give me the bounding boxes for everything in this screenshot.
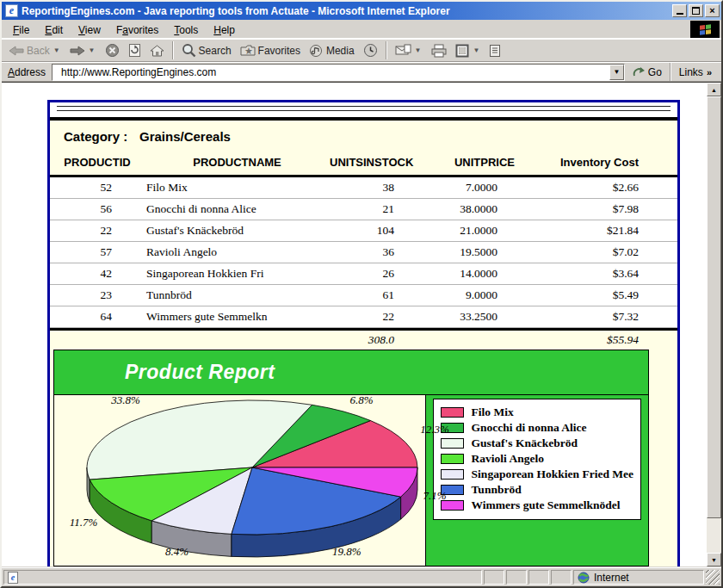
edit-dropdown-icon[interactable]: ▼ (473, 46, 481, 54)
scroll-track[interactable] (707, 518, 721, 553)
minimize-button[interactable] (672, 4, 687, 17)
table-row: 22Gustaf's Knäckebröd10421.0000$21.84 (50, 220, 677, 242)
legend-label: Wimmers gute Semmelknödel (472, 498, 621, 512)
col-header-unitsinstock: UNITSINSTOCK (330, 156, 442, 169)
legend-item: Tunnbröd (441, 482, 633, 498)
product-report-chart: Product Report 12.3%6.8%33.8%11.7%8.4%19… (53, 350, 649, 566)
page-area: Category : Grains/Cereals PRODUCTID PROD… (2, 83, 707, 566)
search-icon (182, 43, 196, 58)
close-button[interactable]: × (705, 4, 720, 17)
table-cell: 52 (50, 181, 145, 195)
go-button[interactable]: Go (625, 63, 670, 81)
chevron-right-icon: » (707, 67, 712, 77)
legend-label: Singaporean Hokkien Fried Mee (472, 467, 633, 481)
menu-item-file[interactable]: File (5, 22, 37, 39)
menu-item-tools[interactable]: Tools (166, 22, 206, 39)
table-cell: 33.2500 (442, 310, 553, 324)
col-header-productname: PRODUCTNAME (145, 156, 330, 169)
legend-label: Gnocchi di nonna Alice (472, 421, 587, 435)
window-title: ReportingEngines.com - Java reporting to… (22, 5, 667, 17)
table-cell: 38.0000 (442, 202, 553, 216)
refresh-button[interactable] (125, 41, 145, 59)
scroll-down-button[interactable]: ▼ (707, 553, 721, 566)
edit-icon (455, 44, 470, 58)
mail-dropdown-icon[interactable]: ▼ (414, 46, 423, 54)
edit-button[interactable]: ▼ (452, 42, 485, 59)
table-cell: 21 (330, 202, 442, 216)
table-cell: 23 (50, 288, 145, 302)
address-dropdown-button[interactable]: ▼ (609, 65, 624, 80)
search-button[interactable]: Search (178, 41, 235, 59)
table-cell: 61 (330, 288, 442, 302)
table-cell: $21.84 (553, 224, 677, 238)
media-button[interactable]: Media (306, 42, 358, 59)
menu-item-help[interactable]: Help (206, 22, 243, 39)
title-bar: e ReportingEngines.com - Java reporting … (2, 2, 721, 20)
links-bar[interactable]: Links » (670, 63, 719, 81)
media-label: Media (326, 45, 355, 57)
media-icon (309, 44, 324, 58)
table-cell: 7.0000 (442, 181, 553, 195)
table-row: 52Filo Mix387.0000$2.66 (50, 177, 677, 199)
back-label: Back (27, 45, 50, 57)
table-row: 23Tunnbröd619.0000$5.49 (50, 285, 677, 306)
address-bar: Address ▼ Go Links » (2, 62, 721, 82)
forward-dropdown-icon[interactable]: ▼ (88, 46, 96, 54)
table-cell: 104 (330, 224, 442, 238)
triangle-up-icon: ▲ (711, 87, 717, 93)
table-header-row: PRODUCTID PRODUCTNAME UNITSINSTOCK UNITP… (50, 145, 677, 175)
forward-button[interactable]: ▼ (66, 43, 100, 59)
toolbar-separator (172, 41, 174, 59)
mail-button[interactable]: ▼ (392, 42, 426, 59)
table-cell: 19.5000 (442, 245, 553, 259)
vertical-scrollbar[interactable]: ▲ ▼ (707, 83, 721, 566)
home-button[interactable] (146, 42, 168, 59)
legend-item: Wimmers gute Semmelknödel (441, 498, 633, 513)
table-cell: $7.32 (553, 310, 677, 324)
back-dropdown-icon[interactable]: ▼ (53, 46, 61, 54)
resize-grip-icon[interactable] (706, 570, 720, 585)
table-cell: 56 (50, 202, 145, 216)
links-label: Links (679, 66, 703, 78)
table-cell: $2.66 (553, 181, 677, 195)
discuss-button[interactable] (485, 42, 504, 59)
favorites-button[interactable]: ★ Favorites (237, 42, 304, 59)
table-totals-row: 308.0 $55.94 (50, 331, 677, 350)
table-cell: $5.49 (553, 288, 677, 302)
legend-item: Singaporean Hokkien Fried Mee (441, 467, 633, 482)
report-top-rules (50, 102, 677, 117)
windows-brand-icon (690, 21, 720, 38)
status-bar: e Internet (2, 567, 721, 586)
discuss-doc-icon (489, 44, 501, 58)
home-icon (150, 44, 164, 58)
go-label: Go (648, 66, 662, 78)
menu-item-edit[interactable]: Edit (37, 22, 71, 39)
forward-arrow-icon (70, 45, 85, 57)
search-label: Search (199, 45, 232, 57)
back-button[interactable]: Back ▼ (5, 43, 65, 59)
report-body: Category : Grains/Cereals PRODUCTID PROD… (50, 121, 677, 566)
print-button[interactable] (428, 42, 450, 59)
address-input[interactable] (53, 66, 609, 78)
status-zone-pane: Internet (573, 570, 704, 585)
scroll-up-button[interactable]: ▲ (707, 83, 721, 96)
category-label: Category : (50, 129, 139, 144)
maximize-button[interactable] (689, 4, 703, 17)
stop-button[interactable] (102, 41, 123, 59)
col-header-productid: PRODUCTID (50, 156, 145, 169)
minimize-icon (677, 7, 683, 15)
history-button[interactable] (360, 41, 381, 59)
table-cell: $7.02 (553, 245, 677, 259)
pie-percent-label: 11.7% (70, 516, 98, 529)
table-cell: Gustaf's Knäckebröd (145, 224, 330, 238)
table-row: 64Wimmers gute Semmelkn2233.2500$7.32 (50, 306, 677, 328)
table-cell: 38 (330, 181, 442, 195)
menu-item-view[interactable]: View (71, 22, 108, 39)
scroll-thumb[interactable] (707, 96, 721, 518)
go-arrow-icon (633, 66, 646, 77)
table-cell: 26 (330, 267, 442, 281)
close-icon: × (709, 6, 714, 15)
menu-item-favorites[interactable]: Favorites (108, 22, 166, 39)
table-cell: 57 (50, 245, 145, 259)
legend-label: Filo Mix (472, 405, 514, 419)
